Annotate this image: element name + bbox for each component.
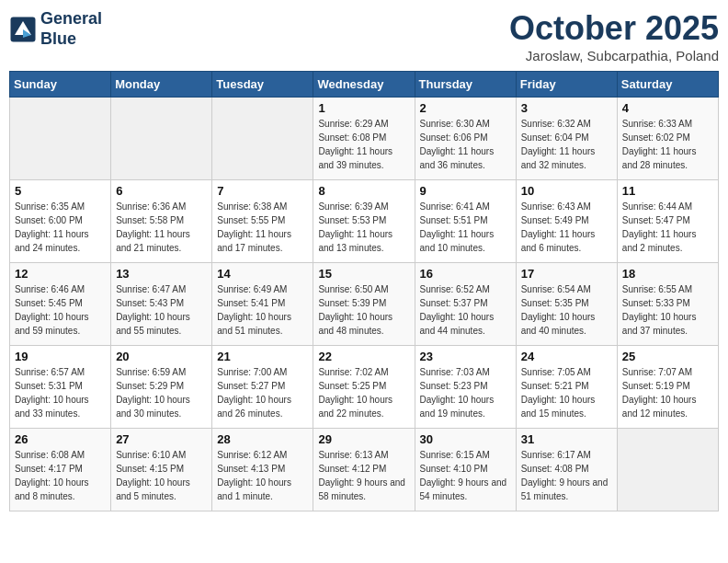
cell-daylight-info: Sunrise: 6:17 AM Sunset: 4:08 PM Dayligh… xyxy=(521,448,612,503)
logo-text: General Blue xyxy=(40,9,102,49)
calendar-cell: 21Sunrise: 7:00 AM Sunset: 5:27 PM Dayli… xyxy=(212,346,313,429)
day-number: 23 xyxy=(420,350,511,363)
weekday-header-wednesday: Wednesday xyxy=(313,72,415,98)
cell-daylight-info: Sunrise: 6:52 AM Sunset: 5:37 PM Dayligh… xyxy=(420,282,511,338)
day-number: 28 xyxy=(217,432,308,446)
calendar-week-2: 5Sunrise: 6:35 AM Sunset: 6:00 PM Daylig… xyxy=(10,180,719,263)
calendar-cell: 31Sunrise: 6:17 AM Sunset: 4:08 PM Dayli… xyxy=(516,429,617,511)
cell-daylight-info: Sunrise: 6:43 AM Sunset: 5:49 PM Dayligh… xyxy=(521,200,612,255)
cell-daylight-info: Sunrise: 6:29 AM Sunset: 6:08 PM Dayligh… xyxy=(318,117,409,172)
cell-daylight-info: Sunrise: 6:47 AM Sunset: 5:43 PM Dayligh… xyxy=(116,282,207,338)
cell-daylight-info: Sunrise: 6:57 AM Sunset: 5:31 PM Dayligh… xyxy=(15,365,106,420)
calendar-cell: 23Sunrise: 7:03 AM Sunset: 5:23 PM Dayli… xyxy=(415,346,516,429)
calendar-cell: 14Sunrise: 6:49 AM Sunset: 5:41 PM Dayli… xyxy=(212,263,313,346)
calendar-cell: 20Sunrise: 6:59 AM Sunset: 5:29 PM Dayli… xyxy=(111,346,212,429)
cell-daylight-info: Sunrise: 7:00 AM Sunset: 5:27 PM Dayligh… xyxy=(217,365,308,420)
calendar-cell xyxy=(111,98,212,180)
calendar-cell: 26Sunrise: 6:08 AM Sunset: 4:17 PM Dayli… xyxy=(10,429,111,511)
calendar-week-5: 26Sunrise: 6:08 AM Sunset: 4:17 PM Dayli… xyxy=(10,429,719,511)
day-number: 3 xyxy=(521,101,612,115)
day-number: 24 xyxy=(521,350,612,363)
cell-daylight-info: Sunrise: 6:13 AM Sunset: 4:12 PM Dayligh… xyxy=(318,448,409,503)
cell-daylight-info: Sunrise: 6:55 AM Sunset: 5:33 PM Dayligh… xyxy=(622,282,713,338)
calendar-table: SundayMondayTuesdayWednesdayThursdayFrid… xyxy=(9,71,719,511)
logo-line2: Blue xyxy=(40,29,76,48)
cell-daylight-info: Sunrise: 6:39 AM Sunset: 5:53 PM Dayligh… xyxy=(318,200,409,255)
calendar-week-4: 19Sunrise: 6:57 AM Sunset: 5:31 PM Dayli… xyxy=(10,346,719,429)
logo-icon xyxy=(9,16,37,43)
cell-daylight-info: Sunrise: 6:10 AM Sunset: 4:15 PM Dayligh… xyxy=(116,448,207,503)
calendar-cell: 7Sunrise: 6:38 AM Sunset: 5:55 PM Daylig… xyxy=(212,180,313,263)
day-number: 5 xyxy=(15,184,106,198)
cell-daylight-info: Sunrise: 6:50 AM Sunset: 5:39 PM Dayligh… xyxy=(318,282,409,338)
calendar-cell: 16Sunrise: 6:52 AM Sunset: 5:37 PM Dayli… xyxy=(415,263,516,346)
calendar-cell: 27Sunrise: 6:10 AM Sunset: 4:15 PM Dayli… xyxy=(111,429,212,511)
calendar-cell: 12Sunrise: 6:46 AM Sunset: 5:45 PM Dayli… xyxy=(10,263,111,346)
cell-daylight-info: Sunrise: 6:49 AM Sunset: 5:41 PM Dayligh… xyxy=(217,282,308,338)
page-header: General Blue October 2025 Jaroslaw, Subc… xyxy=(9,9,719,63)
title-block: October 2025 Jaroslaw, Subcarpathia, Pol… xyxy=(509,9,719,63)
cell-daylight-info: Sunrise: 6:38 AM Sunset: 5:55 PM Dayligh… xyxy=(217,200,308,255)
day-number: 22 xyxy=(318,350,409,363)
calendar-week-1: 1Sunrise: 6:29 AM Sunset: 6:08 PM Daylig… xyxy=(10,98,719,180)
calendar-cell: 25Sunrise: 7:07 AM Sunset: 5:19 PM Dayli… xyxy=(617,346,718,429)
calendar-cell: 5Sunrise: 6:35 AM Sunset: 6:00 PM Daylig… xyxy=(10,180,111,263)
weekday-header-monday: Monday xyxy=(111,72,212,98)
location-subtitle: Jaroslaw, Subcarpathia, Poland xyxy=(509,48,719,63)
calendar-cell: 18Sunrise: 6:55 AM Sunset: 5:33 PM Dayli… xyxy=(617,263,718,346)
cell-daylight-info: Sunrise: 7:05 AM Sunset: 5:21 PM Dayligh… xyxy=(521,365,612,420)
day-number: 14 xyxy=(217,267,308,281)
calendar-cell: 24Sunrise: 7:05 AM Sunset: 5:21 PM Dayli… xyxy=(516,346,617,429)
day-number: 7 xyxy=(217,184,308,198)
day-number: 4 xyxy=(622,101,713,115)
calendar-cell xyxy=(10,98,111,180)
day-number: 18 xyxy=(622,267,713,281)
cell-daylight-info: Sunrise: 6:59 AM Sunset: 5:29 PM Dayligh… xyxy=(116,365,207,420)
day-number: 26 xyxy=(15,432,106,446)
day-number: 29 xyxy=(318,432,409,446)
day-number: 2 xyxy=(420,101,511,115)
calendar-cell: 2Sunrise: 6:30 AM Sunset: 6:06 PM Daylig… xyxy=(415,98,516,180)
day-number: 12 xyxy=(15,267,106,281)
day-number: 30 xyxy=(420,432,511,446)
cell-daylight-info: Sunrise: 6:41 AM Sunset: 5:51 PM Dayligh… xyxy=(420,200,511,255)
weekday-header-row: SundayMondayTuesdayWednesdayThursdayFrid… xyxy=(10,72,719,98)
calendar-cell: 8Sunrise: 6:39 AM Sunset: 5:53 PM Daylig… xyxy=(313,180,415,263)
calendar-week-3: 12Sunrise: 6:46 AM Sunset: 5:45 PM Dayli… xyxy=(10,263,719,346)
weekday-header-friday: Friday xyxy=(516,72,617,98)
day-number: 16 xyxy=(420,267,511,281)
cell-daylight-info: Sunrise: 6:33 AM Sunset: 6:02 PM Dayligh… xyxy=(622,117,713,172)
calendar-cell: 28Sunrise: 6:12 AM Sunset: 4:13 PM Dayli… xyxy=(212,429,313,511)
cell-daylight-info: Sunrise: 6:32 AM Sunset: 6:04 PM Dayligh… xyxy=(521,117,612,172)
calendar-cell: 17Sunrise: 6:54 AM Sunset: 5:35 PM Dayli… xyxy=(516,263,617,346)
day-number: 6 xyxy=(116,184,207,198)
month-title: October 2025 xyxy=(509,9,719,48)
day-number: 19 xyxy=(15,350,106,363)
calendar-cell: 6Sunrise: 6:36 AM Sunset: 5:58 PM Daylig… xyxy=(111,180,212,263)
calendar-cell: 22Sunrise: 7:02 AM Sunset: 5:25 PM Dayli… xyxy=(313,346,415,429)
weekday-header-tuesday: Tuesday xyxy=(212,72,313,98)
day-number: 10 xyxy=(521,184,612,198)
calendar-cell: 30Sunrise: 6:15 AM Sunset: 4:10 PM Dayli… xyxy=(415,429,516,511)
calendar-cell: 3Sunrise: 6:32 AM Sunset: 6:04 PM Daylig… xyxy=(516,98,617,180)
logo: General Blue xyxy=(9,9,102,49)
day-number: 13 xyxy=(116,267,207,281)
cell-daylight-info: Sunrise: 7:02 AM Sunset: 5:25 PM Dayligh… xyxy=(318,365,409,420)
day-number: 31 xyxy=(521,432,612,446)
weekday-header-thursday: Thursday xyxy=(415,72,516,98)
day-number: 1 xyxy=(318,101,409,115)
cell-daylight-info: Sunrise: 6:12 AM Sunset: 4:13 PM Dayligh… xyxy=(217,448,308,503)
day-number: 8 xyxy=(318,184,409,198)
cell-daylight-info: Sunrise: 7:07 AM Sunset: 5:19 PM Dayligh… xyxy=(622,365,713,420)
cell-daylight-info: Sunrise: 6:54 AM Sunset: 5:35 PM Dayligh… xyxy=(521,282,612,338)
day-number: 21 xyxy=(217,350,308,363)
cell-daylight-info: Sunrise: 6:15 AM Sunset: 4:10 PM Dayligh… xyxy=(420,448,511,503)
calendar-cell xyxy=(212,98,313,180)
day-number: 9 xyxy=(420,184,511,198)
weekday-header-saturday: Saturday xyxy=(617,72,718,98)
calendar-cell: 9Sunrise: 6:41 AM Sunset: 5:51 PM Daylig… xyxy=(415,180,516,263)
cell-daylight-info: Sunrise: 7:03 AM Sunset: 5:23 PM Dayligh… xyxy=(420,365,511,420)
cell-daylight-info: Sunrise: 6:44 AM Sunset: 5:47 PM Dayligh… xyxy=(622,200,713,255)
cell-daylight-info: Sunrise: 6:35 AM Sunset: 6:00 PM Dayligh… xyxy=(15,200,106,255)
calendar-cell: 4Sunrise: 6:33 AM Sunset: 6:02 PM Daylig… xyxy=(617,98,718,180)
